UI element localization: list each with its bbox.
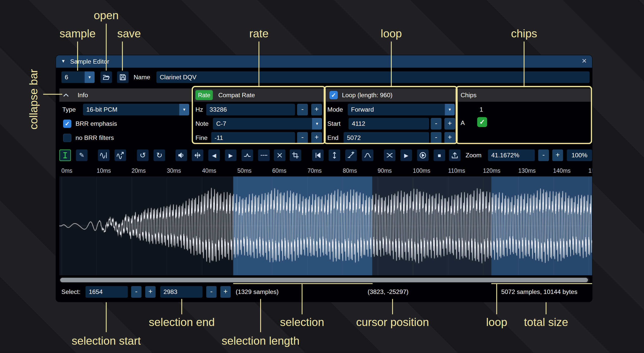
insert-silence-button[interactable] xyxy=(241,149,253,161)
save-button[interactable] xyxy=(117,71,129,83)
collapse-bar-chevron-icon[interactable] xyxy=(62,91,70,101)
vertical-flip-icon xyxy=(331,152,338,159)
chips-column-label: 1 xyxy=(476,104,486,115)
upload-to-chip-button[interactable] xyxy=(449,149,461,161)
zoom-input[interactable]: 41.1672% xyxy=(488,149,535,161)
delete-x-icon xyxy=(276,152,283,159)
fade-in-button[interactable]: ◀ xyxy=(208,149,220,161)
loop-enable-checkbox[interactable]: ✓ xyxy=(330,91,338,99)
loop-end-input[interactable]: 5072 xyxy=(343,132,429,144)
crossfade-button[interactable] xyxy=(384,149,395,161)
note-dropdown[interactable]: C-7 ▼ xyxy=(213,118,322,130)
draw-mode-button[interactable]: ✎ xyxy=(76,149,88,161)
upload-icon xyxy=(451,152,459,159)
selection-end-minus-button[interactable]: - xyxy=(206,286,217,298)
apply-silence-icon xyxy=(260,152,268,159)
trim-button[interactable] xyxy=(290,149,301,161)
type-dropdown[interactable]: 16-bit PCM ▼ xyxy=(83,104,189,115)
annotation-line-save xyxy=(122,41,123,70)
brr-emphasis-checkbox[interactable]: ✓ xyxy=(63,120,71,128)
redo-button[interactable]: ↻ xyxy=(153,149,165,161)
fine-plus-button[interactable]: + xyxy=(311,132,322,144)
annotation-line-loop-top xyxy=(391,41,392,87)
fine-input[interactable]: -11 xyxy=(211,132,295,144)
total-size-readout: 5072 samples, 10144 bytes xyxy=(501,286,577,298)
annotation-total-size: total size xyxy=(524,316,568,329)
chevron-down-icon[interactable]: ▼ xyxy=(312,118,322,130)
loop-start-input[interactable]: 4112 xyxy=(348,118,429,130)
ruler-tick: 20ms xyxy=(131,167,146,174)
annotation-selection-start: selection start xyxy=(72,335,141,347)
selection-end-input[interactable]: 2983 xyxy=(160,286,203,298)
loop-end-plus-button[interactable]: + xyxy=(444,132,455,144)
apply-silence-button[interactable] xyxy=(258,149,270,161)
wave-resample-icon xyxy=(117,152,124,159)
waveform-display[interactable] xyxy=(59,176,592,275)
ruler-tick: 40ms xyxy=(202,167,216,174)
fine-minus-button[interactable]: - xyxy=(297,132,308,144)
hz-minus-button[interactable]: - xyxy=(297,104,308,115)
selection-end-plus-button[interactable]: + xyxy=(220,286,231,298)
chevron-down-icon[interactable]: ▼ xyxy=(179,104,189,115)
zoom-reset-button[interactable]: 100% xyxy=(567,149,592,161)
ruler-tick: 140ms xyxy=(553,167,571,174)
window-titlebar[interactable]: ▼ Sample Editor × xyxy=(56,55,592,68)
stop-preview-button[interactable]: ■ xyxy=(434,149,445,161)
chips-row-label: A xyxy=(461,117,465,129)
delete-button[interactable] xyxy=(274,149,285,161)
redo-icon: ↻ xyxy=(156,151,163,160)
sign-invert-button[interactable] xyxy=(345,149,357,161)
normalize-button[interactable] xyxy=(192,149,203,161)
chip-a-enable-checkbox[interactable]: ✓ xyxy=(477,117,487,127)
sign-invert-icon xyxy=(347,152,355,159)
undo-button[interactable]: ↺ xyxy=(137,149,149,161)
no-brr-filters-checkbox[interactable] xyxy=(63,134,71,142)
preview-button[interactable]: ▶ xyxy=(400,149,412,161)
annotation-cursor-position: cursor position xyxy=(356,316,429,329)
loop-end-minus-button[interactable]: - xyxy=(431,132,442,144)
ruler-tick: 0ms xyxy=(61,167,72,174)
selection-start-input[interactable]: 1654 xyxy=(86,286,128,298)
fade-out-button[interactable]: ▶ xyxy=(225,149,236,161)
open-button[interactable] xyxy=(100,71,112,83)
save-floppy-icon xyxy=(119,73,127,81)
select-mode-button[interactable] xyxy=(59,149,71,161)
type-value: 16-bit PCM xyxy=(86,106,117,113)
preview-selection-button[interactable] xyxy=(417,149,429,161)
hz-plus-button[interactable]: + xyxy=(311,104,322,115)
scrollbar-thumb[interactable] xyxy=(60,278,588,282)
chevron-down-icon[interactable]: ▼ xyxy=(85,71,94,83)
zoom-plus-button[interactable]: + xyxy=(552,149,563,161)
chevron-down-icon[interactable]: ▼ xyxy=(445,104,455,115)
no-brr-filters-label: no BRR filters xyxy=(75,132,114,144)
amplify-button[interactable] xyxy=(176,149,187,161)
selection-start-plus-button[interactable]: + xyxy=(145,286,156,298)
loop-start-minus-button[interactable]: - xyxy=(431,118,442,130)
loop-mode-dropdown[interactable]: Forward ▼ xyxy=(348,104,455,115)
waveform-scrollbar[interactable] xyxy=(59,277,589,283)
annotation-selection: selection xyxy=(280,316,324,329)
hz-input[interactable]: 33286 xyxy=(206,104,295,115)
reverse-button[interactable] xyxy=(312,149,324,161)
zoom-minus-button[interactable]: - xyxy=(538,149,549,161)
info-header[interactable]: Info xyxy=(59,88,193,102)
crossfade-icon xyxy=(386,152,393,159)
annotation-line-selection xyxy=(302,284,302,314)
window-collapse-icon[interactable]: ▼ xyxy=(61,59,66,64)
loop-start-plus-button[interactable]: + xyxy=(444,118,455,130)
play-icon: ▶ xyxy=(404,152,408,159)
invert-button[interactable] xyxy=(329,149,340,161)
fine-label: Fine xyxy=(195,132,207,144)
name-input[interactable]: Clarinet DQV xyxy=(156,71,590,83)
crop-icon xyxy=(292,152,299,159)
sample-selector[interactable]: 6 ▼ xyxy=(61,71,95,83)
selection-length-readout: (1329 samples) xyxy=(236,286,279,298)
annotation-line-loop-bottom xyxy=(496,284,497,314)
undo-icon: ↺ xyxy=(140,151,146,160)
resize-button[interactable] xyxy=(98,149,110,161)
annotation-save: save xyxy=(117,28,141,40)
selection-start-minus-button[interactable]: - xyxy=(131,286,142,298)
filter-button[interactable] xyxy=(362,149,373,161)
close-icon[interactable]: × xyxy=(580,56,589,66)
resample-button[interactable] xyxy=(115,149,126,161)
